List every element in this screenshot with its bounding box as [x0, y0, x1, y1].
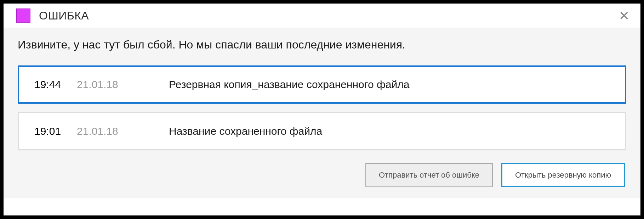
- close-icon[interactable]: [619, 10, 630, 21]
- dialog-header: ОШИБКА: [4, 4, 640, 28]
- backup-item[interactable]: 19:44 21.01.18 Резервная копия_название …: [18, 65, 626, 104]
- backup-time: 19:44: [34, 79, 77, 91]
- error-dialog: ОШИБКА Извините, у нас тут был сбой. Но …: [0, 0, 644, 219]
- send-report-button[interactable]: Отправить отчет об ошибке: [365, 163, 493, 187]
- error-message: Извините, у нас тут был сбой. Но мы спас…: [18, 38, 626, 51]
- dialog-footer: Отправить отчет об ошибке Открыть резерв…: [18, 163, 626, 187]
- backup-list: 19:44 21.01.18 Резервная копия_название …: [18, 65, 626, 150]
- error-icon: [16, 8, 30, 23]
- backup-item[interactable]: 19:01 21.01.18 Название сохраненного фай…: [18, 112, 626, 150]
- backup-filename: Название сохраненного файла: [169, 125, 322, 137]
- dialog-body: Извините, у нас тут был сбой. Но мы спас…: [4, 28, 640, 198]
- backup-date: 21.01.18: [77, 125, 169, 137]
- open-backup-button[interactable]: Открыть резервную копию: [501, 163, 625, 187]
- backup-filename: Резервная копия_название сохраненного фа…: [169, 79, 409, 91]
- backup-date: 21.01.18: [77, 79, 169, 91]
- dialog-title: ОШИБКА: [39, 9, 89, 22]
- backup-time: 19:01: [34, 125, 77, 137]
